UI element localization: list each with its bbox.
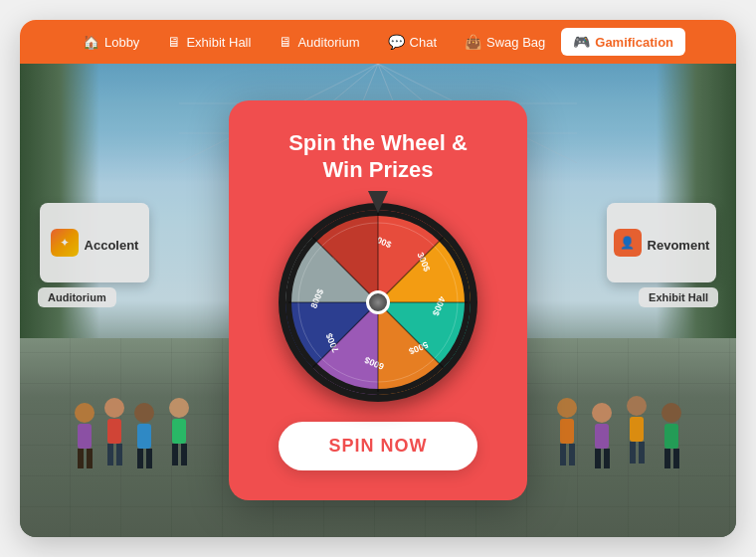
nav-label-chat: Chat (410, 35, 437, 50)
nav-label-lobby: Lobby (104, 35, 139, 50)
wheel-center (366, 290, 390, 314)
nav-item-auditorium[interactable]: 🖥 Auditorium (267, 28, 371, 56)
nav-label-swag-bag: Swag Bag (486, 35, 545, 50)
nav-label-auditorium: Auditorium (297, 35, 359, 50)
gamepad-icon: 🎮 (573, 34, 590, 50)
main-content: 🏠 Lobby 🖥 Exhibit Hall 🖥 Auditorium 💬 Ch… (20, 20, 736, 537)
nav-item-swag-bag[interactable]: 👜 Swag Bag (453, 28, 557, 56)
browser-window: 🏠 Lobby 🖥 Exhibit Hall 🖥 Auditorium 💬 Ch… (20, 20, 736, 537)
home-icon: 🏠 (83, 34, 99, 50)
chat-icon: 💬 (388, 34, 405, 50)
wheel-container: 100$ 200$ 300$ 400$ (279, 203, 477, 402)
nav-label-gamification: Gamification (595, 35, 673, 50)
bag-icon: 👜 (465, 34, 481, 50)
modal-overlay: Spin the Wheel & Win Prizes 100$ 20 (20, 64, 736, 537)
nav-item-lobby[interactable]: 🏠 Lobby (71, 28, 151, 56)
nav-item-chat[interactable]: 💬 Chat (376, 28, 449, 56)
screen-icon: 🖥 (279, 34, 292, 50)
wheel-outer: 100$ 200$ 300$ 400$ (279, 203, 477, 402)
gamification-modal: Spin the Wheel & Win Prizes 100$ 20 (229, 100, 527, 500)
nav-item-gamification[interactable]: 🎮 Gamification (561, 28, 685, 56)
nav-label-exhibit-hall: Exhibit Hall (186, 35, 251, 50)
lobby-background: ✦ Accolent Auditorium 👤 Revoment Exhibit (20, 64, 736, 537)
nav-item-exhibit-hall[interactable]: 🖥 Exhibit Hall (155, 28, 263, 56)
monitor-icon: 🖥 (167, 34, 181, 50)
wheel-pointer (368, 191, 388, 213)
navigation-bar: 🏠 Lobby 🖥 Exhibit Hall 🖥 Auditorium 💬 Ch… (20, 20, 736, 64)
modal-title: Spin the Wheel & Win Prizes (269, 130, 487, 183)
spin-now-button[interactable]: SPIN NOW (279, 422, 476, 470)
